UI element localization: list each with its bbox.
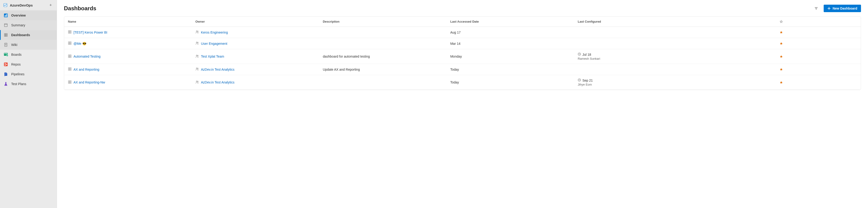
owner-link[interactable]: Test Xplat Team bbox=[201, 55, 224, 58]
add-project-button[interactable]: + bbox=[48, 2, 54, 8]
svg-point-41 bbox=[197, 42, 198, 43]
svg-rect-4 bbox=[6, 14, 7, 17]
svg-rect-56 bbox=[70, 81, 71, 82]
favorite-star-icon[interactable]: ★ bbox=[780, 67, 783, 71]
filter-button[interactable] bbox=[812, 5, 820, 12]
people-icon bbox=[195, 41, 199, 46]
svg-rect-2 bbox=[5, 15, 5, 17]
repos-icon bbox=[3, 62, 8, 67]
new-button-label: New Dashboard bbox=[833, 6, 857, 10]
table-row[interactable]: @Me 😎User EngagementMar 14★ bbox=[64, 38, 861, 49]
last-configured-cell: Jul 18Ramesh Sunkari bbox=[574, 49, 702, 64]
dashboard-name-link[interactable]: @Me 😎 bbox=[73, 42, 86, 45]
nav-label: Test Plans bbox=[11, 82, 26, 86]
svg-rect-43 bbox=[70, 55, 71, 56]
last-configured-cell: Sep 21Jihye Eom bbox=[574, 75, 702, 90]
svg-rect-52 bbox=[70, 69, 71, 70]
favorite-star-icon[interactable]: ★ bbox=[780, 30, 783, 34]
table-row[interactable]: AX and ReportingAzDev.in Test AnalyticsU… bbox=[64, 64, 861, 75]
sidebar-item-overview[interactable]: Overview bbox=[0, 10, 57, 20]
svg-rect-32 bbox=[68, 32, 69, 33]
col-header-description[interactable]: Description bbox=[319, 16, 446, 27]
sidebar: AzureDevOps + Overview Summary Dashboard… bbox=[0, 0, 57, 208]
project-header: AzureDevOps + bbox=[0, 0, 57, 10]
sidebar-item-boards[interactable]: Boards bbox=[0, 50, 57, 60]
sidebar-item-wiki[interactable]: Wiki bbox=[0, 40, 57, 50]
sidebar-item-pipelines[interactable]: Pipelines bbox=[0, 69, 57, 79]
col-header-last-configured[interactable]: Last Configured bbox=[574, 16, 702, 27]
main-content: Dashboards New Dashboard Name Owner Desc… bbox=[57, 0, 868, 208]
svg-rect-45 bbox=[70, 57, 71, 58]
svg-rect-44 bbox=[68, 57, 69, 58]
sidebar-item-summary[interactable]: Summary bbox=[0, 20, 57, 30]
table-row[interactable]: Automated TestingTest Xplat Teamdashboar… bbox=[64, 49, 861, 64]
project-name: AzureDevOps bbox=[10, 3, 33, 7]
svg-point-46 bbox=[196, 55, 197, 56]
svg-rect-10 bbox=[6, 35, 7, 36]
svg-rect-30 bbox=[68, 31, 69, 32]
owner-link[interactable]: AzDev.in Test Analytics bbox=[201, 68, 234, 71]
svg-point-35 bbox=[197, 31, 198, 32]
people-icon bbox=[195, 80, 199, 84]
people-icon bbox=[195, 30, 199, 35]
svg-point-18 bbox=[6, 55, 8, 57]
svg-rect-55 bbox=[68, 81, 69, 82]
config-date: Sep 21 bbox=[582, 78, 593, 82]
favorite-star-icon[interactable]: ★ bbox=[780, 80, 783, 84]
dashboard-icon bbox=[68, 80, 72, 84]
owner-link[interactable]: Keros Engineering bbox=[201, 31, 228, 34]
svg-point-59 bbox=[196, 81, 197, 81]
nav-label: Summary bbox=[11, 23, 25, 27]
star-outline-icon: ☆ bbox=[780, 20, 783, 24]
page-title: Dashboards bbox=[64, 5, 812, 12]
page-header: Dashboards New Dashboard bbox=[64, 5, 861, 12]
svg-rect-9 bbox=[4, 35, 6, 36]
last-accessed-cell: Mar 14 bbox=[446, 38, 574, 49]
dashboard-icon bbox=[68, 54, 72, 59]
dashboard-icon bbox=[68, 41, 72, 46]
table-row[interactable]: [TEST] Keros Power BIKeros EngineeringAu… bbox=[64, 27, 861, 38]
new-dashboard-button[interactable]: New Dashboard bbox=[824, 5, 861, 12]
sidebar-item-repos[interactable]: Repos bbox=[0, 60, 57, 69]
col-header-last-accessed[interactable]: Last Accessed Date bbox=[446, 16, 574, 27]
description-cell bbox=[319, 75, 446, 90]
svg-rect-49 bbox=[68, 68, 69, 69]
table-row[interactable]: AX and Reporting-NwAzDev.in Test Analyti… bbox=[64, 75, 861, 90]
dashboard-name-link[interactable]: Automated Testing bbox=[73, 55, 100, 58]
col-header-name[interactable]: Name bbox=[64, 16, 192, 27]
favorite-star-icon[interactable]: ★ bbox=[780, 55, 783, 59]
svg-point-22 bbox=[6, 64, 7, 65]
people-icon bbox=[195, 67, 199, 72]
svg-rect-17 bbox=[6, 54, 7, 54]
svg-rect-8 bbox=[6, 34, 7, 35]
svg-rect-57 bbox=[68, 82, 69, 83]
sidebar-item-testplans[interactable]: Test Plans bbox=[0, 79, 57, 89]
svg-rect-11 bbox=[5, 43, 7, 46]
svg-rect-16 bbox=[4, 54, 6, 54]
nav-label: Dashboards bbox=[11, 33, 30, 37]
owner-link[interactable]: User Engagement bbox=[201, 42, 227, 45]
sidebar-item-dashboards[interactable]: Dashboards bbox=[0, 30, 57, 40]
col-header-favorite[interactable]: ☆ bbox=[702, 16, 861, 27]
svg-rect-31 bbox=[70, 31, 71, 32]
nav-label: Wiki bbox=[11, 43, 17, 47]
description-cell bbox=[319, 27, 446, 38]
description-cell bbox=[319, 38, 446, 49]
dashboard-name-link[interactable]: [TEST] Keros Power BI bbox=[73, 31, 107, 34]
col-header-owner[interactable]: Owner bbox=[192, 16, 319, 27]
owner-link[interactable]: AzDev.in Test Analytics bbox=[201, 80, 234, 84]
description-cell: dashboard for automated testing bbox=[319, 49, 446, 64]
favorite-star-icon[interactable]: ★ bbox=[780, 41, 783, 45]
nav-label: Pipelines bbox=[11, 72, 25, 76]
last-accessed-cell: Aug 17 bbox=[446, 27, 574, 38]
last-accessed-cell: Today bbox=[446, 64, 574, 75]
svg-point-47 bbox=[197, 55, 198, 56]
config-user: Jihye Eom bbox=[578, 83, 698, 86]
pipelines-icon bbox=[3, 72, 8, 77]
dashboard-name-link[interactable]: AX and Reporting bbox=[73, 68, 99, 71]
svg-point-53 bbox=[196, 68, 197, 69]
svg-point-40 bbox=[196, 42, 197, 43]
dashboard-name-link[interactable]: AX and Reporting-Nw bbox=[73, 80, 105, 84]
description-cell: Update AX and Reporting bbox=[319, 64, 446, 75]
svg-rect-33 bbox=[70, 32, 71, 33]
